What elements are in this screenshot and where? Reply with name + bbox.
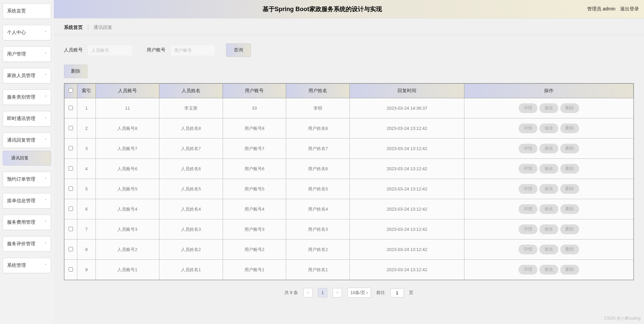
row-checkbox[interactable] (69, 227, 73, 231)
total-count: 共 9 条 (285, 290, 298, 296)
cell-actions: 详情修改删除 (464, 219, 634, 240)
row-checkbox[interactable] (69, 126, 73, 130)
sidebar-item-label: 个人中心 (7, 30, 26, 36)
breadcrumb-sep-icon: ┊ (87, 25, 89, 30)
cell-time: 2023-03-24 13:12:42 (350, 199, 464, 219)
sidebar-item-10[interactable]: 服务评价管理˅ (3, 236, 51, 252)
cell-time: 2023-03-24 13:12:42 (350, 260, 464, 280)
bulk-delete-button[interactable]: 删除 (64, 65, 87, 78)
sidebar-item-3[interactable]: 家政人员管理˅ (3, 68, 51, 83)
breadcrumb: 系统首页 ┊ 通讯回复 (54, 19, 644, 35)
detail-button[interactable]: 详情 (519, 123, 537, 133)
staff-filter-input[interactable] (88, 45, 132, 56)
cell-idx: 3 (77, 139, 96, 159)
delete-button[interactable]: 删除 (560, 164, 579, 174)
cell-staff_name: 人员姓名2 (159, 240, 223, 260)
goto-page-input[interactable] (390, 288, 404, 297)
detail-button[interactable]: 详情 (519, 103, 537, 113)
edit-button[interactable]: 修改 (539, 265, 558, 275)
delete-button[interactable]: 删除 (560, 144, 579, 153)
row-checkbox[interactable] (69, 146, 73, 150)
cell-idx: 5 (77, 179, 96, 199)
select-all-checkbox[interactable] (69, 88, 73, 93)
detail-button[interactable]: 详情 (519, 245, 537, 254)
delete-button[interactable]: 删除 (560, 123, 579, 133)
page-size-select[interactable]: 10条/页 ▾ (347, 288, 371, 298)
row-checkbox[interactable] (69, 186, 73, 191)
chevron-down-icon: ▾ (366, 291, 368, 295)
delete-button[interactable]: 删除 (560, 204, 579, 214)
sidebar-item-9[interactable]: 服务费用管理˅ (3, 215, 51, 230)
query-button[interactable]: 查询 (226, 43, 251, 57)
sidebar-item-2[interactable]: 用户管理˅ (3, 46, 51, 62)
cell-idx: 4 (77, 159, 96, 179)
cell-staff_name: 李玉荣 (159, 98, 223, 118)
edit-button[interactable]: 修改 (539, 144, 558, 153)
table-row: 111李玉荣33李明2023-03-24 14:36:37详情修改删除 (65, 98, 634, 118)
cell-staff_name: 人员姓名4 (159, 199, 223, 219)
user-filter-input[interactable] (171, 45, 215, 56)
page-number-1[interactable]: 1 (318, 288, 327, 297)
edit-button[interactable]: 修改 (539, 245, 558, 254)
logout-link[interactable]: 退出登录 (620, 6, 639, 11)
goto-prefix: 前往 (376, 290, 385, 296)
sidebar-item-5[interactable]: 即时通讯管理˅ (3, 111, 51, 127)
sidebar-item-7[interactable]: 预约订单管理˅ (3, 172, 51, 187)
sidebar-item-6[interactable]: 通讯回复管理˄ (3, 133, 51, 148)
cell-idx: 8 (77, 240, 96, 260)
cell-staff_acc: 人员账号6 (96, 159, 159, 179)
delete-button[interactable]: 删除 (560, 184, 579, 194)
edit-button[interactable]: 修改 (539, 123, 558, 133)
row-checkbox[interactable] (69, 166, 73, 171)
cell-user_name: 用户姓名4 (286, 199, 350, 219)
row-checkbox[interactable] (69, 267, 73, 272)
chevron-down-icon: ˅ (45, 31, 47, 35)
col-header-3: 用户账号 (223, 84, 286, 98)
detail-button[interactable]: 详情 (519, 204, 537, 214)
detail-button[interactable]: 详情 (519, 184, 537, 194)
prev-page-button[interactable]: < (303, 288, 313, 297)
row-checkbox[interactable] (69, 106, 73, 110)
sidebar-item-0[interactable]: 系统首页 (3, 3, 51, 19)
edit-button[interactable]: 修改 (539, 204, 558, 214)
sidebar-item-label: 通讯回复管理 (7, 137, 35, 143)
row-checkbox[interactable] (69, 247, 73, 251)
user-area: 管理员 admin 退出登录 (584, 6, 639, 12)
detail-button[interactable]: 详情 (519, 164, 537, 174)
col-header-1: 人员账号 (96, 84, 159, 98)
cell-user_name: 用户姓名7 (286, 139, 350, 159)
sidebar-item-label: 即时通讯管理 (7, 116, 35, 122)
detail-button[interactable]: 详情 (519, 265, 537, 275)
cell-actions: 详情修改删除 (464, 98, 634, 118)
cell-staff_acc: 人员账号1 (96, 260, 159, 280)
cell-actions: 详情修改删除 (464, 240, 634, 260)
next-page-button[interactable]: > (333, 288, 342, 297)
sidebar-item-8[interactable]: 接单信息管理˅ (3, 193, 51, 209)
delete-button[interactable]: 删除 (560, 103, 579, 113)
user-role-label[interactable]: 管理员 admin (587, 6, 615, 11)
sidebar-item-4[interactable]: 服务类别管理˅ (3, 89, 51, 105)
breadcrumb-home[interactable]: 系统首页 (64, 25, 83, 30)
detail-button[interactable]: 详情 (519, 224, 537, 234)
detail-button[interactable]: 详情 (519, 144, 537, 153)
cell-actions: 详情修改删除 (464, 118, 634, 139)
sidebar-item-label: 系统首页 (7, 8, 26, 14)
sidebar-item-label: 预约订单管理 (7, 176, 35, 182)
cell-idx: 9 (77, 260, 96, 280)
main-content: 系统首页 ┊ 通讯回复 人员账号 用户账号 查询 删除 索引人员账号人员姓名用户… (54, 19, 644, 304)
edit-button[interactable]: 修改 (539, 224, 558, 234)
table-row: 2人员账号8人员姓名8用户账号8用户姓名82023-03-24 13:12:42… (65, 118, 634, 139)
delete-button[interactable]: 删除 (560, 265, 579, 275)
delete-button[interactable]: 删除 (560, 224, 579, 234)
edit-button[interactable]: 修改 (539, 103, 558, 113)
sidebar-submenu-item[interactable]: 通讯回复 (3, 151, 51, 166)
sidebar-item-11[interactable]: 系统管理˅ (3, 258, 51, 273)
data-table: 索引人员账号人员姓名用户账号用户姓名回复时间操作 111李玉荣33李明2023-… (64, 83, 634, 280)
edit-button[interactable]: 修改 (539, 184, 558, 194)
cell-actions: 详情修改删除 (464, 179, 634, 199)
edit-button[interactable]: 修改 (539, 164, 558, 174)
sidebar-item-1[interactable]: 个人中心˅ (3, 25, 51, 40)
row-checkbox[interactable] (69, 207, 73, 211)
delete-button[interactable]: 删除 (560, 245, 579, 254)
col-header-2: 人员姓名 (159, 84, 223, 98)
